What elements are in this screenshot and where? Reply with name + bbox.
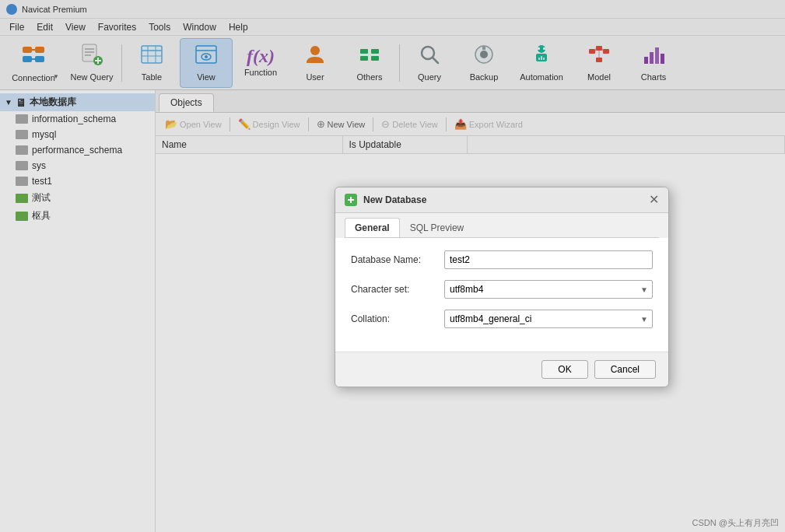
modal-footer: OK Cancel	[335, 352, 668, 387]
db-name-label: Database Name:	[351, 254, 444, 265]
collation-label: Collation:	[351, 313, 444, 324]
modal-ok-button[interactable]: OK	[541, 360, 587, 379]
charset-label: Character set:	[351, 284, 444, 295]
modal-close-button[interactable]: ✕	[649, 194, 659, 206]
charset-select[interactable]: utf8mb4 utf8 latin1 ascii	[444, 280, 653, 299]
new-database-modal: New Database ✕ General SQL Preview Datab…	[335, 187, 669, 387]
form-row-collation: Collation: utf8mb4_general_ci utf8mb4_un…	[351, 310, 653, 328]
form-row-db-name: Database Name:	[351, 250, 653, 269]
collation-select[interactable]: utf8mb4_general_ci utf8mb4_unicode_ci ut…	[444, 310, 653, 328]
modal-header: New Database ✕	[335, 187, 668, 213]
charset-select-wrap: utf8mb4 utf8 latin1 ascii ▼	[444, 280, 653, 299]
collation-select-wrap: utf8mb4_general_ci utf8mb4_unicode_ci ut…	[444, 310, 653, 328]
modal-tab-general[interactable]: General	[345, 218, 400, 237]
modal-tab-sql-preview[interactable]: SQL Preview	[400, 218, 475, 237]
modal-title: New Database	[363, 194, 649, 205]
modal-body: Database Name: Character set: utf8mb4 ut…	[335, 238, 668, 352]
modal-header-icon	[345, 194, 357, 206]
modal-cancel-button[interactable]: Cancel	[594, 360, 656, 379]
modal-tab-bar: General SQL Preview	[335, 213, 668, 237]
form-row-charset: Character set: utf8mb4 utf8 latin1 ascii…	[351, 280, 653, 299]
db-name-input[interactable]	[444, 250, 653, 269]
